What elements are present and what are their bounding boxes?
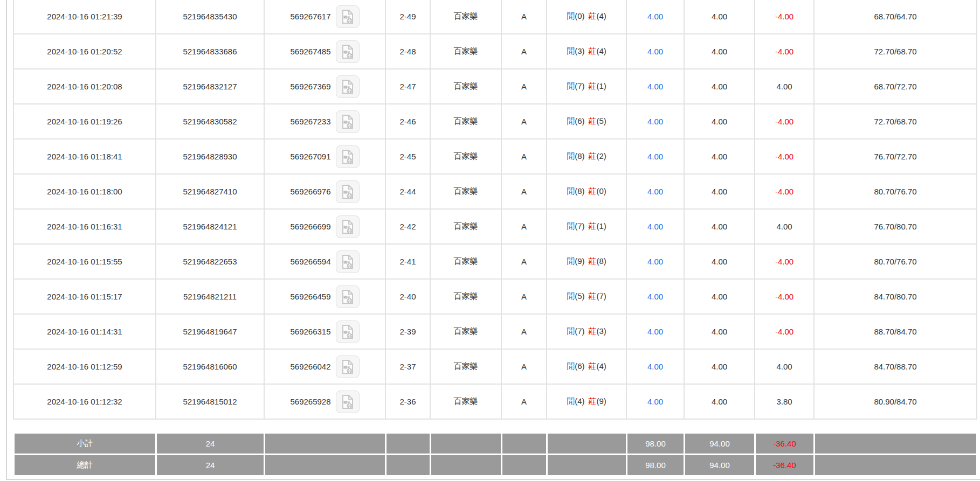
player-result-points: (4) [575, 396, 584, 406]
table-name-cell: A [501, 244, 547, 279]
bet-amount-cell: 4.00 [626, 314, 684, 349]
timestamp-cell: 2024-10-16 01:12:32 [13, 384, 156, 419]
timestamp-cell: 2024-10-16 01:20:52 [13, 34, 156, 69]
round-cell: 2-49 [385, 0, 430, 34]
bet-amount-link[interactable]: 4.00 [647, 292, 663, 301]
timestamp-cell: 2024-10-16 01:14:31 [13, 314, 156, 349]
result-cell: 閒(6)莊(5) [547, 104, 626, 139]
subtotal-empty-cell [431, 433, 502, 455]
banker-result-label: 莊 [589, 186, 597, 196]
video-replay-button[interactable] [336, 285, 360, 308]
bet-amount-link[interactable]: 4.00 [647, 12, 663, 21]
game-name-cell: 百家樂 [430, 104, 501, 139]
banker-result-points: (4) [597, 11, 606, 20]
game-id-wrap: 569266594 [265, 250, 385, 273]
bet-amount-link[interactable]: 4.00 [647, 117, 663, 126]
video-replay-button[interactable] [336, 180, 360, 203]
win-loss-cell: -4.00 [755, 104, 814, 139]
video-replay-icon [341, 114, 354, 129]
video-replay-icon [341, 9, 354, 24]
round-cell: 2-41 [385, 244, 430, 279]
bet-amount-link[interactable]: 4.00 [647, 82, 663, 91]
table-row: 2024-10-16 01:15:55521964822653569266594… [13, 244, 977, 279]
timestamp-cell: 2024-10-16 01:18:00 [13, 174, 156, 209]
result-cell: 閒(0)莊(4) [547, 0, 626, 34]
timestamp-cell: 2024-10-16 01:20:08 [13, 69, 156, 104]
player-result-label: 閒 [567, 326, 575, 336]
balance-cell: 72.70/68.70 [814, 104, 977, 139]
subtotal-label: 小計 [14, 433, 156, 455]
subtotal-empty-cell [502, 433, 547, 455]
player-result-points: (7) [575, 221, 584, 231]
valid-bet-cell: 4.00 [684, 69, 755, 104]
bet-amount-cell: 4.00 [626, 244, 684, 279]
win-loss-cell: 4.00 [755, 349, 814, 384]
round-cell: 2-36 [385, 384, 430, 419]
bet-amount-link[interactable]: 4.00 [647, 47, 663, 56]
table-row: 2024-10-16 01:12:32521964815012569265928… [13, 384, 977, 419]
banker-result-label: 莊 [589, 396, 597, 406]
video-replay-icon [341, 394, 354, 409]
video-replay-button[interactable] [336, 5, 360, 28]
game-id-wrap: 569267233 [265, 110, 385, 133]
table-row: 2024-10-16 01:18:00521964827410569266976… [13, 174, 977, 209]
game-id-cell: 569265928 [264, 384, 385, 419]
game-id-wrap: 569267091 [265, 145, 385, 168]
video-replay-button[interactable] [336, 145, 360, 168]
player-result-points: (7) [575, 81, 584, 90]
bet-amount-link[interactable]: 4.00 [647, 152, 663, 161]
player-result-points: (7) [575, 326, 584, 336]
video-replay-button[interactable] [336, 250, 360, 273]
game-id-cell: 569266976 [264, 174, 385, 209]
video-replay-icon [341, 254, 354, 269]
bet-amount-link[interactable]: 4.00 [647, 327, 663, 336]
video-replay-button[interactable] [336, 320, 360, 343]
result-cell: 閒(7)莊(1) [547, 69, 626, 104]
bet-amount-link[interactable]: 4.00 [647, 222, 663, 231]
round-cell: 2-48 [385, 34, 430, 69]
bet-amount-link[interactable]: 4.00 [647, 362, 663, 371]
bet-amount-cell: 4.00 [626, 139, 684, 174]
video-replay-button[interactable] [336, 40, 360, 63]
valid-bet-cell: 4.00 [684, 34, 755, 69]
table-row: 2024-10-16 01:14:31521964819647569266315… [13, 314, 977, 349]
video-replay-button[interactable] [336, 110, 360, 133]
subtotal-empty-cell [386, 433, 431, 455]
win-loss-cell: 3.80 [755, 384, 814, 419]
game-name-cell: 百家樂 [430, 139, 501, 174]
bet-amount-cell: 4.00 [626, 34, 684, 69]
bet-id-cell: 521964819647 [156, 314, 264, 349]
video-replay-button[interactable] [336, 215, 360, 238]
valid-bet-cell: 4.00 [684, 174, 755, 209]
bet-amount-link[interactable]: 4.00 [647, 257, 663, 266]
game-id-cell: 569267233 [264, 104, 385, 139]
bet-amount-link[interactable]: 4.00 [647, 397, 663, 406]
total-label: 總計 [14, 455, 156, 476]
video-replay-button[interactable] [336, 355, 360, 378]
win-loss-cell: 4.00 [755, 209, 814, 244]
balance-cell: 68.70/72.70 [814, 69, 977, 104]
video-replay-icon [341, 289, 354, 304]
valid-bet-cell: 4.00 [684, 349, 755, 384]
game-name-cell: 百家樂 [430, 244, 501, 279]
records-table-body: 2024-10-16 01:21:39521964835430569267617… [13, 0, 977, 419]
player-result-label: 閒 [567, 291, 575, 301]
bet-amount-cell: 4.00 [626, 69, 684, 104]
game-id-cell: 569266042 [264, 349, 385, 384]
timestamp-cell: 2024-10-16 01:16:31 [13, 209, 156, 244]
balance-cell: 80.70/76.70 [814, 244, 977, 279]
bet-amount-cell: 4.00 [626, 0, 684, 34]
result-cell: 閒(6)莊(4) [547, 349, 626, 384]
player-result-points: (6) [575, 361, 584, 371]
win-loss-cell: -4.00 [755, 314, 814, 349]
bet-amount-link[interactable]: 4.00 [647, 187, 663, 196]
player-result-label: 閒 [567, 151, 575, 161]
game-id-cell: 569266459 [264, 279, 385, 314]
game-id-wrap: 569267617 [265, 5, 385, 28]
round-cell: 2-37 [385, 349, 430, 384]
bet-id-cell: 521964824121 [156, 209, 264, 244]
player-result-label: 閒 [567, 221, 575, 231]
video-replay-button[interactable] [336, 391, 360, 413]
video-replay-button[interactable] [336, 75, 360, 98]
game-name-cell: 百家樂 [430, 0, 501, 34]
